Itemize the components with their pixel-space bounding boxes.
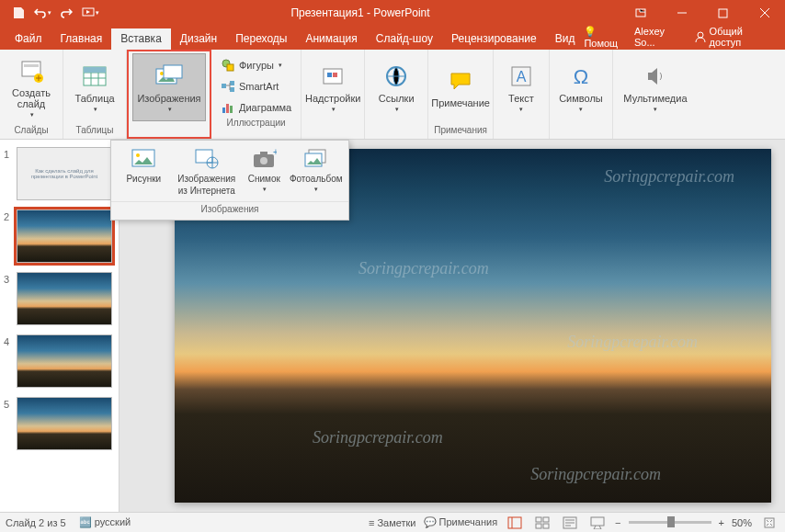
tab-home[interactable]: Главная <box>51 28 112 50</box>
slideshow-view-icon <box>590 516 605 529</box>
pictures-button[interactable]: Рисунки <box>116 146 171 199</box>
fit-window-button[interactable] <box>759 515 779 531</box>
tab-insert[interactable]: Вставка <box>111 28 171 50</box>
omega-icon: Ω <box>566 62 596 91</box>
thumb-5[interactable]: 5 <box>4 397 115 450</box>
zoom-level[interactable]: 50% <box>732 517 752 528</box>
group-symbols: Ω Символы▾ <box>550 50 613 139</box>
statusbar: Слайд 2 из 5 🔤 русский ≡ Заметки 💬 Приме… <box>0 512 785 532</box>
ribbon-options-button[interactable] <box>620 0 661 26</box>
slide-thumbnails-panel[interactable]: 1Как сделать слайд для презентации в Pow… <box>0 140 119 512</box>
photo-album-button[interactable]: Фотоальбом▾ <box>289 146 344 199</box>
thumb-2[interactable]: 2 <box>4 209 115 263</box>
save-icon <box>12 6 25 19</box>
new-slide-icon <box>17 56 46 85</box>
fit-icon <box>763 516 776 529</box>
symbols-button[interactable]: Ω Символы▾ <box>555 53 607 121</box>
tell-me[interactable]: 💡 Помощ <box>584 26 629 49</box>
comments-button[interactable]: 💬 Примечания <box>424 516 498 528</box>
maximize-button[interactable] <box>702 0 744 26</box>
redo-button[interactable] <box>55 2 77 24</box>
table-button[interactable]: Таблица▾ <box>69 53 120 121</box>
tab-file[interactable]: Файл <box>6 28 51 50</box>
language-indicator[interactable]: 🔤 русский <box>79 516 131 528</box>
thumb-1[interactable]: 1Как сделать слайд для презентации в Pow… <box>4 147 115 200</box>
text-button[interactable]: A Текст▾ <box>499 53 543 121</box>
minimize-button[interactable] <box>661 0 702 26</box>
album-icon <box>303 146 329 172</box>
undo-icon <box>34 6 47 19</box>
ribbon-tabs: Файл Главная Вставка Дизайн Переходы Ани… <box>0 26 785 50</box>
start-slideshow-button[interactable]: ▾ <box>79 2 101 24</box>
zoom-in-button[interactable]: + <box>719 517 724 528</box>
maximize-icon <box>718 8 728 18</box>
svg-rect-16 <box>230 87 234 92</box>
slideshow-view-button[interactable] <box>587 515 608 531</box>
reading-view-button[interactable] <box>560 515 580 531</box>
presentation-icon <box>82 6 95 19</box>
thumb-4[interactable]: 4 <box>4 334 115 388</box>
user-name[interactable]: Alexey So... <box>634 26 683 48</box>
ribbon-display-icon <box>634 6 647 19</box>
group-comments: Примечание Примечания <box>428 50 494 139</box>
shapes-button[interactable]: Фигуры ▾ <box>217 55 295 75</box>
tab-review[interactable]: Рецензирование <box>442 28 546 50</box>
sorter-view-button[interactable] <box>532 515 552 531</box>
group-links: Ссылки▾ <box>365 50 428 139</box>
images-button[interactable]: Изображения▾ <box>132 53 206 121</box>
chart-button[interactable]: Диаграмма <box>217 97 295 118</box>
sorter-view-icon <box>535 516 550 529</box>
comment-button[interactable]: Примечание <box>435 53 486 121</box>
share-icon <box>694 30 706 43</box>
shapes-icon <box>221 58 235 73</box>
normal-view-icon <box>507 516 522 529</box>
tab-view[interactable]: Вид <box>546 28 585 50</box>
tab-animation[interactable]: Анимация <box>296 28 366 50</box>
svg-rect-29 <box>196 150 212 163</box>
svg-rect-13 <box>227 64 233 71</box>
group-media: Мультимедиа▾ <box>613 50 698 139</box>
new-slide-button[interactable]: Создать слайд▾ <box>6 53 57 121</box>
slide-counter[interactable]: Слайд 2 из 5 <box>6 517 66 528</box>
group-images-highlighted: Изображения▾ <box>127 50 211 139</box>
ribbon: Создать слайд▾ Слайды Таблица▾ Таблицы И… <box>0 50 785 140</box>
svg-rect-15 <box>230 81 234 85</box>
media-button[interactable]: Мультимедиа▾ <box>619 53 692 121</box>
group-illustrations: Фигуры ▾ SmartArt Диаграмма Иллюстрации <box>211 50 301 139</box>
window-title: Презентация1 - PowerPoint <box>101 6 620 19</box>
svg-rect-14 <box>222 84 226 88</box>
reading-view-icon <box>563 516 577 529</box>
online-picture-icon <box>194 146 220 172</box>
tab-transitions[interactable]: Переходы <box>226 28 296 50</box>
text-icon: A <box>506 62 536 91</box>
addins-button[interactable]: Надстройки▾ <box>307 53 358 121</box>
zoom-slider[interactable] <box>629 521 711 524</box>
camera-icon: + <box>251 146 277 172</box>
links-button[interactable]: Ссылки▾ <box>370 53 422 121</box>
tab-slideshow[interactable]: Слайд-шоу <box>367 28 442 50</box>
svg-rect-39 <box>543 517 549 522</box>
table-icon <box>80 62 109 91</box>
svg-rect-17 <box>222 108 225 113</box>
screenshot-button[interactable]: + Снимок▾ <box>242 146 286 199</box>
online-pictures-button[interactable]: Изображенияиз Интернета <box>174 146 240 199</box>
tab-design[interactable]: Дизайн <box>171 28 226 50</box>
images-dropdown-panel: Рисунки Изображенияиз Интернета + Снимок… <box>110 140 349 221</box>
svg-rect-19 <box>230 106 233 113</box>
svg-text:A: A <box>517 69 527 85</box>
undo-button[interactable]: ▾ <box>31 2 53 24</box>
close-button[interactable] <box>744 0 785 26</box>
share-button[interactable]: Общий доступ <box>688 24 776 50</box>
group-slides: Создать слайд▾ Слайды <box>0 50 63 139</box>
svg-rect-40 <box>536 524 541 528</box>
window-controls <box>620 0 785 26</box>
zoom-out-button[interactable]: − <box>615 517 620 528</box>
svg-text:+: + <box>273 148 277 157</box>
smartart-button[interactable]: SmartArt <box>217 76 295 96</box>
normal-view-button[interactable] <box>505 515 525 531</box>
thumb-3[interactable]: 3 <box>4 272 115 325</box>
speaker-icon <box>641 62 670 91</box>
save-button[interactable] <box>7 2 29 24</box>
notes-button[interactable]: ≡ Заметки <box>369 517 416 528</box>
group-text: A Текст▾ <box>494 50 550 139</box>
